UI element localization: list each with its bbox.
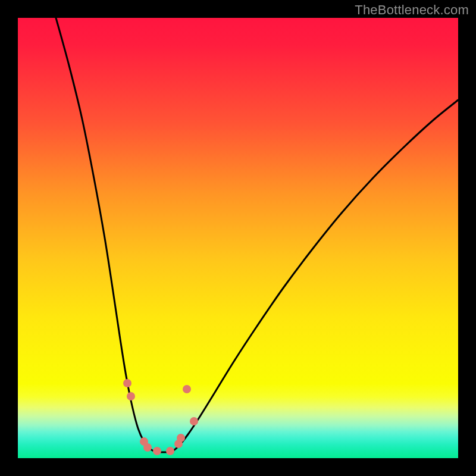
plot-area [18,18,458,458]
chart-frame: TheBottleneck.com [0,0,476,476]
gradient-background [18,18,458,458]
watermark-text: TheBottleneck.com [355,2,469,18]
